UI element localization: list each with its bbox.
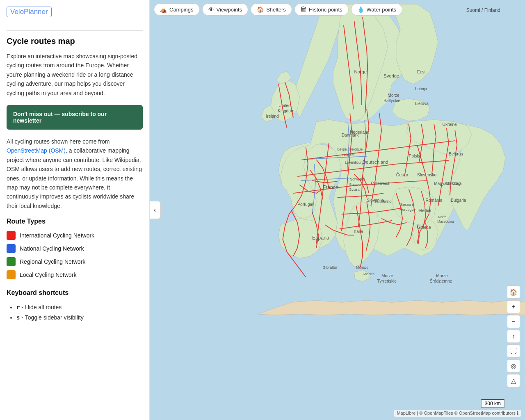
attribution-text: MapLibre | © OpenMapTiles © OpenStreetMa… [397, 411, 516, 415]
svg-text:Schweiz/: Schweiz/ [350, 177, 365, 181]
toolbar-btn-shelters[interactable]: 🏠Shelters [251, 3, 292, 16]
svg-text:Italia: Italia [354, 229, 363, 234]
viewpoints-icon: 👁 [208, 6, 214, 13]
svg-text:España: España [312, 235, 329, 241]
svg-text:Polska: Polska [409, 154, 422, 158]
map-controls: 🏠 + − ↑ ⛶ ◎ △ [507, 285, 520, 387]
keyboard-heading: Keyboard shortcuts [7, 289, 143, 297]
svg-text:Greece: Greece [417, 225, 431, 230]
svg-text:Latvija: Latvija [415, 87, 427, 91]
svg-text:Eesti: Eesti [417, 70, 427, 74]
svg-text:Kingdom: Kingdom [278, 109, 294, 113]
logo[interactable]: VeloPlanner [7, 7, 52, 17]
route-type-label: Local Cycling Network [20, 272, 77, 278]
keyboard-list: r - Hide all routess - Toggle sidebar vi… [7, 302, 143, 323]
route-type-item: Local Cycling Network [7, 270, 143, 279]
svg-text:San Marino: San Marino [374, 200, 392, 203]
route-type-label: National Cycling Network [20, 245, 84, 252]
route-type-label: Regional Cycling Network [20, 258, 85, 265]
route-color-dot [7, 244, 16, 253]
viewpoints-label: Viewpoints [217, 7, 242, 13]
map-svg: Norge Sverige Eesti Latvija Lietuva Unit… [150, 0, 525, 420]
route-color-dot [7, 270, 16, 279]
collapse-sidebar-button[interactable]: ‹ [150, 201, 161, 219]
svg-text:Ireland: Ireland [266, 114, 279, 119]
shelters-icon: 🏠 [257, 6, 264, 13]
svg-text:Belgie / Belgique: Belgie / Belgique [338, 148, 363, 151]
svg-text:Morze: Morze [381, 274, 393, 278]
campings-icon: ⛺ [160, 6, 167, 13]
svg-text:United: United [278, 103, 291, 108]
svg-text:Österreich: Österreich [371, 181, 390, 186]
svg-text:Bałtyckie: Bałtyckie [383, 98, 400, 103]
zoom-in-button[interactable]: + [507, 300, 520, 313]
svg-text:Andorra: Andorra [363, 272, 375, 276]
terrain-button[interactable]: △ [507, 374, 520, 387]
home-button[interactable]: 🏠 [507, 285, 520, 299]
route-types-list: International Cycling NetworkNational Cy… [7, 231, 143, 279]
svg-text:Česko: Česko [396, 172, 408, 177]
svg-text:Gibraltar: Gibraltar [323, 265, 337, 269]
svg-text:Norge: Norge [354, 69, 367, 74]
toolbar-btn-historic[interactable]: 🏛Historic points [294, 3, 349, 16]
svg-text:Hercegovina: Hercegovina [399, 208, 421, 212]
historic-icon: 🏛 [301, 6, 306, 13]
svg-text:Sverige: Sverige [383, 73, 399, 78]
svg-text:France: France [323, 185, 338, 190]
sidebar: VeloPlanner Cycle routes map Explore an … [0, 0, 150, 420]
scale-label: 300 km [485, 401, 501, 406]
zoom-out-button[interactable]: − [507, 315, 520, 328]
scale-bar: 300 km [481, 399, 504, 408]
toolbar-btn-viewpoints[interactable]: 👁Viewpoints [202, 3, 249, 16]
page-title: Cycle routes map [7, 37, 143, 46]
locate-button[interactable]: ◎ [507, 359, 520, 372]
shortcut-desc: - Toggle sidebar visibility [20, 314, 83, 321]
osm-link[interactable]: OpenStreetMap (OSM) [7, 147, 66, 154]
toolbar-btn-water[interactable]: 💧Water points [351, 3, 403, 16]
svg-text:Portugal: Portugal [297, 202, 313, 207]
route-color-dot [7, 231, 16, 240]
sidebar-divider [7, 30, 143, 31]
svg-text:Serbia: Serbia [419, 208, 431, 213]
water-label: Water points [367, 7, 397, 13]
svg-text:Śródziemne: Śródziemne [430, 278, 452, 283]
route-type-item: National Cycling Network [7, 244, 143, 253]
route-types-section: Route Types International Cycling Networ… [7, 218, 143, 279]
route-type-item: International Cycling Network [7, 231, 143, 240]
svg-text:Bulgaria: Bulgaria [451, 198, 466, 203]
keyboard-shortcut-item: s - Toggle sidebar visibility [16, 313, 143, 323]
svg-text:România: România [426, 198, 443, 203]
map-container[interactable]: ‹ ⛺Campings👁Viewpoints🏠Shelters🏛Historic… [150, 0, 525, 420]
svg-text:Monaco: Monaco [356, 266, 369, 269]
svg-text:Bosna i: Bosna i [400, 203, 413, 207]
historic-label: Historic points [309, 7, 342, 13]
toolbar-btn-campings[interactable]: ⛺Campings [154, 3, 200, 16]
fullscreen-button[interactable]: ⛶ [507, 345, 520, 358]
osm-description: All cycling routes shown here come from … [7, 137, 143, 210]
svg-text:Magyarország: Magyarország [434, 181, 461, 186]
svg-text:North: North [438, 215, 446, 219]
sidebar-description: Explore an interactive map showcasing si… [7, 52, 143, 98]
keyboard-section: Keyboard shortcuts r - Hide all routess … [7, 289, 143, 323]
svg-text:Tyrreńskie: Tyrreńskie [377, 279, 397, 283]
compass-button[interactable]: ↑ [507, 330, 520, 343]
svg-text:Nederland: Nederland [350, 130, 370, 135]
map-attribution: MapLibre | © OpenMapTiles © OpenStreetMa… [394, 410, 521, 417]
osm-text-after: , a collaborative mapping project where … [7, 147, 142, 209]
campings-label: Campings [169, 7, 194, 13]
info-icon[interactable]: ℹ [517, 411, 518, 415]
newsletter-banner[interactable]: Don't miss out — subscribe to our newsle… [7, 105, 143, 130]
svg-text:Morze: Morze [436, 274, 448, 278]
svg-text:Belgiën: Belgiën [342, 153, 354, 157]
svg-text:Luxembourg: Luxembourg [345, 161, 364, 164]
svg-text:Svizra: Svizra [349, 187, 360, 192]
svg-text:Deutschland: Deutschland [363, 160, 388, 164]
svg-text:Suisse/: Suisse/ [349, 183, 362, 187]
route-type-item: Regional Cycling Network [7, 257, 143, 266]
map-toolbar: ⛺Campings👁Viewpoints🏠Shelters🏛Historic p… [150, 0, 525, 19]
shortcut-desc: - Hide all routes [20, 304, 62, 310]
svg-text:Macedonia: Macedonia [437, 220, 454, 224]
svg-text:Slovensko: Slovensko [417, 173, 437, 177]
keyboard-shortcut-item: r - Hide all routes [16, 302, 143, 313]
route-type-label: International Cycling Network [20, 232, 94, 239]
